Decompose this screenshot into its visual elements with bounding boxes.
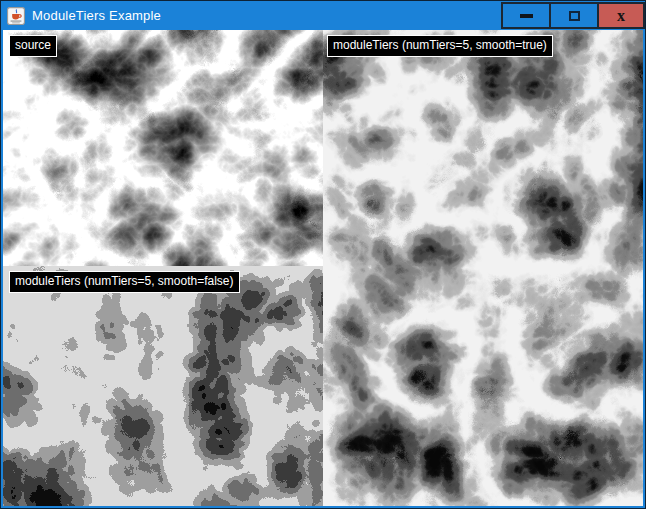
source-noise-texture (3, 30, 323, 266)
tiers-hard-noise-texture (3, 266, 323, 506)
panel-tiers-hard-label: moduleTiers (numTiers=5, smooth=false) (9, 271, 240, 293)
panel-source: source (3, 30, 323, 266)
maximize-icon (569, 11, 580, 21)
titlebar[interactable]: ModuleTiers Example x (1, 1, 645, 30)
minimize-icon (520, 14, 533, 18)
close-icon: x (617, 8, 625, 24)
app-window: ModuleTiers Example x (0, 0, 646, 509)
window-controls: x (501, 1, 645, 30)
close-button[interactable]: x (597, 2, 645, 29)
canvas-area: source moduleTiers (3, 30, 643, 506)
panel-tiers-smooth-label: moduleTiers (numTiers=5, smooth=true) (327, 35, 553, 57)
window-title: ModuleTiers Example (32, 8, 161, 23)
minimize-button[interactable] (501, 2, 549, 29)
panel-tiers-smooth: moduleTiers (numTiers=5, smooth=true) (323, 30, 643, 506)
java-app-icon (7, 7, 25, 25)
panel-source-label: source (9, 35, 57, 57)
maximize-button[interactable] (549, 2, 597, 29)
panel-tiers-hard: moduleTiers (numTiers=5, smooth=false) (3, 266, 323, 506)
tiers-smooth-noise-texture (323, 30, 643, 506)
